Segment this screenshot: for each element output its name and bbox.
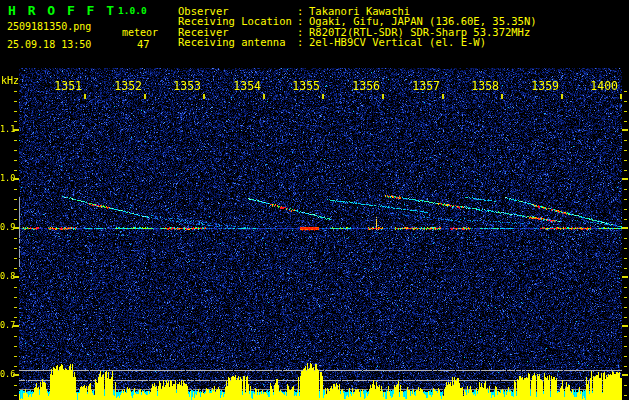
axis-tick (14, 121, 17, 122)
axis-tick (84, 94, 86, 99)
axis-tick (14, 366, 17, 367)
axis-tick (14, 189, 17, 190)
axis-tick (14, 395, 17, 396)
freq-axis-label: 1.1 (0, 125, 13, 134)
axis-tick (622, 325, 628, 327)
axis-tick (14, 258, 17, 259)
time-axis-label: 1357 (410, 81, 440, 93)
axis-tick (622, 129, 628, 131)
freq-axis-label: 0.9 (0, 223, 13, 232)
axis-tick (14, 209, 17, 210)
axis-tick (561, 94, 563, 99)
axis-tick (14, 111, 17, 112)
axis-tick (620, 94, 622, 99)
time-axis-label: 1351 (52, 81, 82, 93)
axis-tick (14, 219, 17, 220)
axis-tick (624, 238, 627, 239)
axis-tick (14, 317, 17, 318)
axis-tick (624, 170, 627, 171)
axis-tick (144, 94, 146, 99)
axis-tick (624, 317, 627, 318)
info-label: Receiving antenna (178, 37, 285, 48)
axis-tick (263, 94, 265, 99)
time-axis-label: 1400 (588, 81, 618, 93)
axis-tick (624, 346, 627, 347)
axis-tick (624, 150, 627, 151)
axis-tick (14, 336, 17, 337)
axis-tick (624, 189, 627, 190)
axis-tick (622, 276, 628, 278)
hrofft-spectrogram-screen: H R O F F T 1.0.0 2509181350.png meteor … (0, 0, 629, 400)
axis-tick (13, 178, 19, 180)
axis-tick (14, 101, 17, 102)
axis-tick (13, 129, 19, 131)
axis-tick (624, 140, 627, 141)
axis-tick (14, 287, 17, 288)
axis-tick (624, 160, 627, 161)
axis-tick (624, 121, 627, 122)
axis-tick (624, 395, 627, 396)
axis-tick (624, 385, 627, 386)
axis-tick (624, 297, 627, 298)
axis-tick (622, 374, 628, 376)
axis-tick (14, 170, 17, 171)
freq-axis-label: 1.0 (0, 174, 13, 183)
time-axis-label: 1353 (171, 81, 201, 93)
freq-axis-label: 0.6 (0, 370, 13, 379)
axis-tick (14, 297, 17, 298)
axis-tick (13, 227, 19, 229)
axis-tick (624, 258, 627, 259)
info-separator: : (297, 37, 303, 48)
axis-tick (624, 101, 627, 102)
axis-tick (624, 209, 627, 210)
axis-tick (13, 325, 19, 327)
axis-tick (14, 199, 17, 200)
axis-tick (14, 238, 17, 239)
axis-tick (624, 307, 627, 308)
axis-tick (624, 366, 627, 367)
axis-tick (14, 91, 17, 92)
axis-tick (14, 150, 17, 151)
axis-tick (382, 94, 384, 99)
time-axis-label: 1359 (529, 81, 559, 93)
axis-tick (442, 94, 444, 99)
axis-tick (622, 178, 628, 180)
time-axis-label: 1354 (231, 81, 261, 93)
time-axis-label: 1356 (350, 81, 380, 93)
time-axis-label: 1355 (290, 81, 320, 93)
axis-tick (322, 94, 324, 99)
axis-tick (13, 374, 19, 376)
y-axis-unit-label: kHz (1, 76, 19, 86)
axis-tick (622, 227, 628, 229)
station-info-row: Receiving antenna:2el-HB9CV Vertical (el… (0, 37, 629, 47)
time-axis-label: 1352 (112, 81, 142, 93)
axis-tick (14, 268, 17, 269)
freq-axis-label: 0.8 (0, 272, 13, 281)
axis-tick (14, 248, 17, 249)
axis-tick (624, 356, 627, 357)
axis-tick (624, 287, 627, 288)
info-value: 2el-HB9CV Vertical (el. E-W) (309, 37, 486, 48)
station-info-row: Receiving Location:Ogaki, Gifu, JAPAN (1… (0, 16, 629, 26)
axis-tick (624, 219, 627, 220)
axis-tick (501, 94, 503, 99)
axis-tick (14, 307, 17, 308)
time-axis-label: 1358 (469, 81, 499, 93)
freq-axis-label: 0.7 (0, 321, 13, 330)
axis-tick (14, 356, 17, 357)
axis-tick (624, 199, 627, 200)
axis-tick (14, 160, 17, 161)
axis-tick (624, 336, 627, 337)
axis-tick (13, 276, 19, 278)
spectrogram-canvas (19, 68, 622, 400)
axis-tick (624, 248, 627, 249)
axis-tick (14, 346, 17, 347)
axis-tick (624, 268, 627, 269)
axis-tick (14, 385, 17, 386)
axis-tick (14, 140, 17, 141)
axis-tick (624, 91, 627, 92)
axis-tick (624, 111, 627, 112)
axis-tick (203, 94, 205, 99)
